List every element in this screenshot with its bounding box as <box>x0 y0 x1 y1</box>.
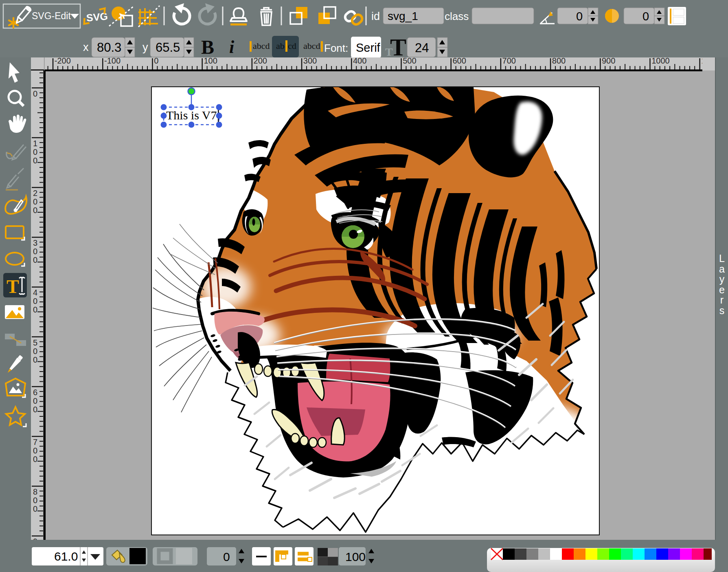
svg-text:0: 0 <box>223 550 230 563</box>
svg-text:61.0: 61.0 <box>54 550 78 563</box>
svg-text:abcd: abcd <box>303 41 320 51</box>
svg-text:0: 0 <box>33 206 37 215</box>
svg-text:This is V7: This is V7 <box>166 108 217 122</box>
svg-text:700: 700 <box>502 57 516 65</box>
svg-text:id: id <box>371 10 380 22</box>
svg-text:0: 0 <box>33 89 37 98</box>
svg-text:svg_1: svg_1 <box>388 10 418 22</box>
svg-text:0: 0 <box>576 10 583 23</box>
svg-text:1100: 1100 <box>701 57 702 65</box>
svg-text:7: 7 <box>33 438 37 447</box>
svg-text:300: 300 <box>303 57 317 65</box>
svg-text:5: 5 <box>33 338 37 347</box>
svg-text:800: 800 <box>552 57 566 65</box>
svg-text:1000: 1000 <box>651 57 670 65</box>
svg-text:0: 0 <box>33 347 37 356</box>
svg-text:0: 0 <box>154 57 158 65</box>
svg-text:400: 400 <box>353 57 366 65</box>
svg-text:2: 2 <box>33 189 37 198</box>
svg-text:-100: -100 <box>104 57 121 65</box>
svg-text:6: 6 <box>33 388 37 397</box>
svg-text:0: 0 <box>33 504 37 513</box>
svg-text:600: 600 <box>452 57 466 65</box>
svg-text:0: 0 <box>33 396 37 405</box>
svg-text:0: 0 <box>33 247 37 256</box>
svg-text:0: 0 <box>33 197 37 206</box>
svg-text:abcd: abcd <box>253 41 270 51</box>
svg-text:9: 9 <box>33 537 37 540</box>
svg-text:0: 0 <box>33 446 37 455</box>
svg-text:Font:: Font: <box>324 42 348 54</box>
svg-text:T: T <box>7 276 19 297</box>
svg-text:0: 0 <box>33 305 37 314</box>
svg-text:SVG-Edit: SVG-Edit <box>32 11 71 21</box>
svg-text:65.5: 65.5 <box>156 40 180 55</box>
svg-text:100: 100 <box>204 57 217 65</box>
svg-text:0: 0 <box>33 455 37 464</box>
svg-text:0: 0 <box>33 156 37 165</box>
svg-text:0: 0 <box>33 355 37 364</box>
svg-text:80.3: 80.3 <box>97 40 121 55</box>
svg-text:T: T <box>390 35 406 57</box>
svg-text:x: x <box>83 41 89 53</box>
svg-text:ab: ab <box>276 41 285 51</box>
svg-text:4: 4 <box>33 288 37 297</box>
svg-text:200: 200 <box>254 57 267 65</box>
svg-text:0: 0 <box>33 147 37 156</box>
svg-text:cd: cd <box>288 41 296 51</box>
svg-text:i: i <box>229 37 235 57</box>
svg-text:8: 8 <box>33 487 37 496</box>
svg-text:class: class <box>445 10 469 22</box>
svg-text:0: 0 <box>33 496 37 505</box>
svg-text:1: 1 <box>33 139 37 148</box>
svg-text:0: 0 <box>33 297 37 306</box>
svg-text:y: y <box>143 41 148 53</box>
svg-text:0: 0 <box>33 405 37 414</box>
svg-text:900: 900 <box>602 57 615 65</box>
svg-text:500: 500 <box>403 57 416 65</box>
svg-text:B: B <box>201 36 214 57</box>
svg-text:-200: -200 <box>55 57 71 65</box>
svg-text:100: 100 <box>345 550 366 563</box>
svg-text:Serif: Serif <box>356 41 381 54</box>
svg-text:0: 0 <box>642 10 649 23</box>
svg-text:3: 3 <box>33 238 37 247</box>
svg-text:24: 24 <box>415 41 429 55</box>
svg-text:0: 0 <box>33 255 37 264</box>
